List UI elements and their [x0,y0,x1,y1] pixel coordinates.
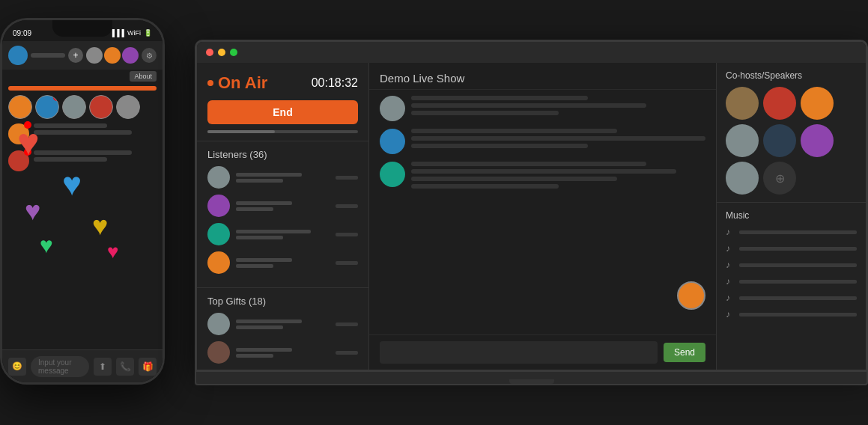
listener-av-3 [207,223,230,245]
phone-user-avatar [8,46,28,65]
show-title: Demo Live Show [369,63,716,90]
phone-screen: + ⚙ About [2,41,163,382]
gift-bar-2b [236,354,273,358]
gift-tag-2 [336,351,358,355]
music-bar-3 [739,263,857,267]
phone-mini-av1 [86,47,103,64]
phone-input-placeholder: Input your message [38,358,82,375]
mid-line-3b [411,169,676,174]
message-input-field[interactable] [380,341,658,364]
progress-bar [207,130,358,133]
mid-chat-row-2 [380,129,705,154]
phone-add-button[interactable]: + [68,48,83,63]
phone-avatar-row-1 [2,94,163,120]
phone-body: 09:09 ▐▐▐ WiFi 🔋 + ⚙ Ab [0,18,165,385]
progress-fill [207,130,275,133]
add-speaker-button[interactable]: ⊕ [763,162,796,195]
gift-bars-1 [236,319,330,329]
mid-av-3 [380,162,405,187]
on-air-indicator [207,80,213,86]
phone-gift-icon[interactable]: 🎁 [139,358,157,376]
music-note-5: ♪ [726,293,735,303]
listener-bar-4b [236,264,273,268]
listener-bar-1a [236,173,302,177]
send-button[interactable]: Send [664,343,705,362]
music-row-3: ♪ [726,260,857,270]
end-button[interactable]: End [207,100,358,124]
phone-av3 [62,95,86,119]
mid-line-3a [411,162,646,166]
titlebar-minimize[interactable] [218,49,225,56]
listener-av-2 [207,195,230,217]
phone-emoji-icon[interactable]: 😊 [8,358,26,376]
heart-blue: ♥ [62,165,82,203]
titlebar-maximize[interactable] [230,49,237,56]
listener-av-1 [207,166,230,189]
phone-message-input[interactable]: Input your message [31,356,89,377]
mid-chat-row-3 [380,162,705,189]
listener-row-3 [207,223,358,245]
phone-mini-av3 [122,47,139,64]
listener-bars-3 [236,230,330,239]
speaker-av-1 [726,87,759,120]
phone-settings-icon[interactable]: ⚙ [142,48,157,63]
titlebar-close[interactable] [206,49,213,56]
listener-bar-1b [236,179,283,183]
music-bar-1 [739,230,857,234]
phone-about-label[interactable]: About [130,71,157,82]
laptop-main-content: On Air 00:18:32 End Listeners (36) [197,63,866,370]
phone-top-bar: + ⚙ [2,41,163,70]
gift-av-1 [207,313,230,335]
music-note-6: ♪ [726,309,735,319]
listener-tag-4 [336,261,358,265]
speakers-grid: ⊕ [726,87,857,195]
listener-bars-2 [236,201,330,211]
panel-middle: Demo Live Show [369,63,716,370]
phone-mockup: 09:09 ▐▐▐ WiFi 🔋 + ⚙ Ab [0,18,172,407]
listener-bar-3b [236,236,283,239]
mid-line-2a [411,129,617,133]
speaker-av-4 [726,124,759,157]
phone-av5 [116,95,140,119]
heart-yellow: ♥ [92,210,108,242]
mid-line-2b [411,136,705,141]
mid-line-1b [411,103,646,108]
music-note-3: ♪ [726,260,735,270]
panel-left: On Air 00:18:32 End Listeners (36) [197,63,369,370]
listener-bars-1 [236,173,330,183]
mid-chat-lines-1 [411,96,705,115]
music-title: Music [726,210,857,221]
mid-line-3c [411,177,617,181]
gift-bars-2 [236,348,330,358]
phone-call-icon[interactable]: 📞 [116,358,134,376]
gift-av-2 [207,341,230,364]
music-note-1: ♪ [726,227,735,237]
speaker-av-6 [801,124,834,157]
phone-time: 09:09 [13,29,31,37]
mid-av-1 [380,96,405,121]
phone-live-bar [8,86,157,91]
music-bar-2 [739,247,857,251]
music-bar-5 [739,296,857,300]
listener-tag-1 [336,176,358,180]
mid-av-2 [380,129,405,154]
gift-bar-1a [236,319,302,323]
message-input-bar: Send [369,334,716,370]
listeners-section: Listeners (36) [197,141,368,288]
panel-right: Co-hosts/Speakers ⊕ [716,63,866,370]
music-bar-6 [739,313,857,317]
heart-red: ♥ [17,120,40,164]
signal-icon: ▐▐▐ [110,29,124,37]
chat-lines-2 [34,150,157,162]
on-air-row: On Air 00:18:32 [207,73,358,93]
heart-pink: ♥ [107,240,118,263]
gift-bar-1b [236,325,283,329]
phone-share-icon[interactable]: ⬆ [94,358,112,376]
listener-bar-2b [236,207,273,211]
music-note-4: ♪ [726,276,735,287]
listener-row-4 [207,251,358,274]
battery-icon: 🔋 [144,29,152,37]
phone-av2 [35,95,59,119]
chat-line-2b [34,157,107,162]
speaker-av-5 [763,124,796,157]
